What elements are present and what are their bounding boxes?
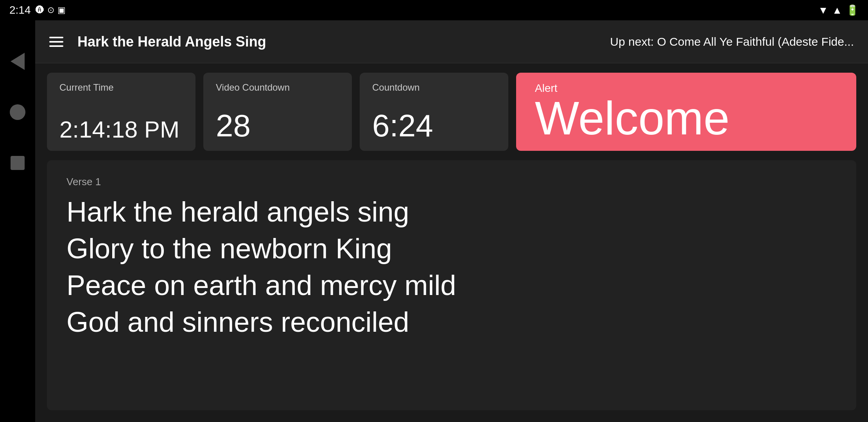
countdown-widget: Countdown 6:24	[360, 73, 508, 151]
alert-value: Welcome	[535, 95, 838, 141]
status-left: 2:14 🅐 ⊙ ▣	[9, 4, 66, 16]
lyric-line-2: Glory to the newborn King	[66, 231, 837, 266]
status-icons: 🅐 ⊙ ▣	[36, 5, 66, 15]
accessibility-icon: 🅐	[36, 5, 44, 15]
battery-icon: 🔋	[846, 4, 859, 16]
status-time: 2:14	[9, 4, 31, 16]
recents-button[interactable]	[8, 153, 27, 173]
signal-icon: ▲	[832, 4, 842, 16]
app-header: Hark the Herald Angels Sing Up next: O C…	[35, 20, 868, 63]
menu-line-1	[49, 37, 63, 38]
status-right: ▼ ▲ 🔋	[818, 4, 859, 16]
menu-line-2	[49, 41, 63, 43]
verse-label: Verse 1	[66, 176, 837, 188]
home-button[interactable]	[8, 102, 27, 122]
menu-button[interactable]	[49, 37, 63, 47]
status-bar: 2:14 🅐 ⊙ ▣ ▼ ▲ 🔋	[0, 0, 868, 20]
alert-widget: Alert Welcome	[516, 73, 856, 151]
countdown-value: 6:24	[372, 110, 496, 141]
menu-line-3	[49, 45, 63, 47]
main-content: Hark the Herald Angels Sing Up next: O C…	[35, 20, 868, 422]
wifi-icon: ▼	[818, 4, 829, 16]
current-time-label: Current Time	[59, 82, 183, 93]
countdown-label: Countdown	[372, 82, 496, 93]
storage-icon: ▣	[57, 5, 66, 15]
back-button[interactable]	[8, 52, 27, 71]
lyric-line-1: Hark the herald angels sing	[66, 194, 837, 229]
video-countdown-value: 28	[216, 110, 339, 141]
header-title: Hark the Herald Angels Sing	[77, 34, 596, 50]
video-countdown-widget: Video Countdown 28	[203, 73, 352, 151]
lyrics-section: Verse 1 Hark the herald angels sing Glor…	[47, 160, 856, 410]
up-next-label: Up next: O Come All Ye Faithful (Adeste …	[610, 35, 854, 48]
left-nav	[0, 20, 35, 422]
widgets-row: Current Time 2:14:18 PM Video Countdown …	[35, 63, 868, 160]
lyric-line-3: Peace on earth and mercy mild	[66, 268, 837, 303]
current-time-widget: Current Time 2:14:18 PM	[47, 73, 195, 151]
current-time-value: 2:14:18 PM	[59, 118, 183, 141]
lyric-line-4: God and sinners reconciled	[66, 304, 837, 340]
video-countdown-label: Video Countdown	[216, 82, 339, 93]
media-icon: ⊙	[47, 5, 54, 15]
